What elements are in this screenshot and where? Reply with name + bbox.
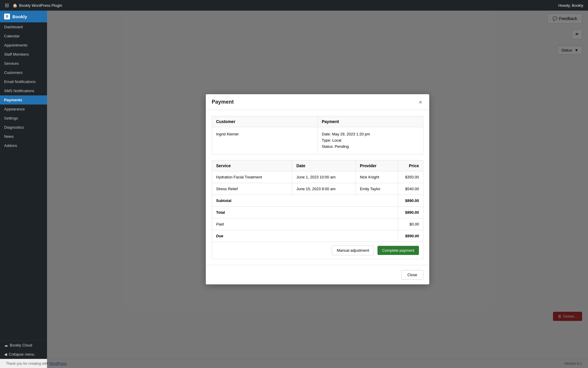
admin-bar: ⊞ 🏠 Bookly WordPress Plugin Howdy, Bookl… — [0, 0, 588, 11]
subtotal-value: $890.00 — [398, 195, 423, 206]
modal-footer: Close — [206, 265, 429, 284]
due-label: Due — [212, 230, 398, 242]
sidebar-brand[interactable]: B Bookly — [0, 11, 47, 22]
subtotal-row: Subtotal $890.00 — [212, 195, 423, 206]
payment-status: Status: Pending — [322, 144, 419, 150]
complete-payment-button[interactable]: Complete payment — [377, 246, 419, 255]
price-col-header: Price — [398, 160, 423, 171]
services-table: Service Date Provider Price Hydration Fa… — [212, 160, 423, 259]
sidebar-item-customers[interactable]: Customers — [0, 68, 47, 77]
main-content: 💬 Feedback 👁 Status ▼ 🗑 Delete... Paymen… — [47, 11, 588, 359]
paid-label: Paid — [212, 218, 398, 230]
sidebar-item-payments[interactable]: Payments — [0, 95, 47, 105]
subtotal-label: Subtotal — [212, 195, 398, 206]
sidebar-item-settings[interactable]: Settings — [0, 114, 47, 123]
modal-close-button[interactable]: × — [417, 99, 423, 105]
total-row: Total $890.00 — [212, 206, 423, 218]
date-col-header: Date — [292, 160, 356, 171]
service-row-2: Stress Relief June 15, 2023 8:00 am Emil… — [212, 183, 423, 195]
modal-overlay: Payment × Customer Payment — [47, 11, 588, 359]
sidebar: B Bookly Dashboard Calendar Appointments… — [0, 11, 47, 359]
sidebar-item-diagnostics[interactable]: Diagnostics — [0, 123, 47, 132]
site-name[interactable]: 🏠 Bookly WordPress Plugin — [13, 3, 62, 8]
service-price-2: $540.00 — [398, 183, 423, 195]
sidebar-item-staff-members[interactable]: Staff Members — [0, 50, 47, 59]
sidebar-item-sms-notifications[interactable]: SMS Notifications — [0, 86, 47, 95]
service-row-1: Hydration Facial Treatment June 1, 2023 … — [212, 171, 423, 183]
manual-adjustment-button[interactable]: Manual adjustment — [332, 246, 374, 255]
close-button[interactable]: Close — [401, 270, 423, 280]
payment-info-table: Customer Payment Ingrid Klemer Date: May… — [212, 116, 423, 154]
sidebar-item-bookly-cloud[interactable]: ☁ Bookly Cloud — [0, 341, 47, 350]
payment-details-cell: Date: May 29, 2023 1:20 pm Type: Local S… — [318, 127, 423, 154]
payment-type: Type: Local — [322, 137, 419, 144]
sidebar-item-addons[interactable]: Addons — [0, 141, 47, 150]
sidebar-item-dashboard[interactable]: Dashboard — [0, 22, 47, 32]
collapse-icon: ◀ — [4, 352, 7, 357]
service-provider-2: Emily Taylor — [355, 183, 398, 195]
service-name-2: Stress Relief — [212, 183, 292, 195]
provider-col-header: Provider — [355, 160, 398, 171]
modal-body: Customer Payment Ingrid Klemer Date: May… — [206, 110, 429, 265]
payment-modal: Payment × Customer Payment — [206, 94, 429, 284]
paid-value: $0.00 — [398, 218, 423, 230]
sidebar-collapse-button[interactable]: ◀ Collapse menu — [0, 350, 47, 359]
due-value: $890.00 — [398, 230, 423, 242]
modal-title: Payment — [212, 99, 234, 105]
info-row: Ingrid Klemer Date: May 29, 2023 1:20 pm… — [212, 127, 423, 154]
sidebar-item-services[interactable]: Services — [0, 59, 47, 68]
wp-logo-icon: ⊞ — [5, 2, 9, 9]
sidebar-item-calendar[interactable]: Calendar — [0, 32, 47, 41]
home-icon: 🏠 — [13, 3, 17, 8]
customer-name-cell: Ingrid Klemer — [212, 127, 318, 154]
service-date-1: June 1, 2023 10:00 am — [292, 171, 356, 183]
service-col-header: Service — [212, 160, 292, 171]
brand-label: Bookly — [12, 14, 27, 19]
cloud-icon: ☁ — [4, 343, 8, 347]
service-name-1: Hydration Facial Treatment — [212, 171, 292, 183]
sidebar-item-appearance[interactable]: Appearance — [0, 105, 47, 114]
brand-icon: B — [4, 14, 10, 19]
action-row: Manual adjustment Complete payment — [212, 242, 423, 259]
howdy-text: Howdy, Bookly — [558, 3, 583, 8]
total-label: Total — [212, 206, 398, 218]
sidebar-item-news[interactable]: News — [0, 132, 47, 141]
service-price-1: $350.00 — [398, 171, 423, 183]
sidebar-item-email-notifications[interactable]: Email Notifications — [0, 77, 47, 86]
payment-header: Payment — [318, 116, 423, 127]
service-date-2: June 15, 2023 8:00 am — [292, 183, 356, 195]
payment-date: Date: May 29, 2023 1:20 pm — [322, 131, 419, 137]
customer-header: Customer — [212, 116, 318, 127]
sidebar-item-appointments[interactable]: Appointments — [0, 41, 47, 50]
paid-row: Paid $0.00 — [212, 218, 423, 230]
service-provider-1: Nick Knight — [355, 171, 398, 183]
modal-header: Payment × — [206, 94, 429, 110]
total-value: $890.00 — [398, 206, 423, 218]
due-row: Due $890.00 — [212, 230, 423, 242]
